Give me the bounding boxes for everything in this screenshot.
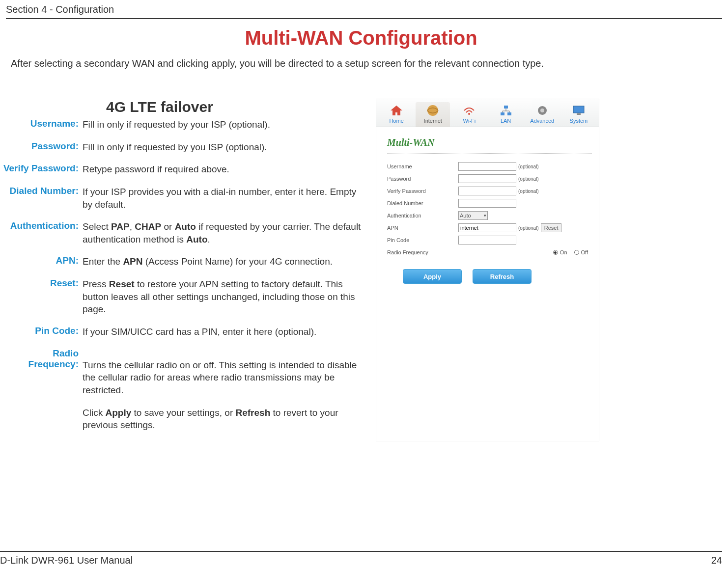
radio-on-label: On [560,249,567,255]
form-label-auth: Authentication [387,213,458,218]
radio-off-label: Off [581,249,588,255]
label-pin-code: Pin Code: [0,326,83,338]
page-title: Multi-WAN Configuration [0,27,722,49]
svg-point-12 [540,109,544,112]
section-header: Section 4 - Configuration [6,4,722,19]
desc-apn: Enter the APN (Access Point Name) for yo… [83,255,333,268]
footer-page-number: 24 [711,555,722,566]
svg-rect-4 [504,106,508,109]
form-label-radio-freq: Radio Frequency [387,249,458,255]
desc-verify-password: Retype password if required above. [83,163,229,176]
footer-manual-title: D-Link DWR-961 User Manual [0,555,133,566]
label-radio-frequency-line2: Frequency: [0,359,83,397]
verify-password-input[interactable] [458,187,516,195]
monitor-icon [571,104,586,117]
radio-on[interactable] [553,250,558,255]
form-label-pin: Pin Code [387,237,458,243]
svg-marker-0 [391,106,402,115]
form-label-verify: Verify Password [387,188,458,194]
label-password: Password: [0,141,83,154]
label-radio-frequency-line1: Radio [0,348,83,359]
desc-apply-refresh: Click Apply to save your settings, or Re… [83,407,366,432]
label-dialed-number: Dialed Number: [0,186,83,211]
desc-password: Fill in only if requested by you ISP (op… [83,141,267,154]
nav-wifi[interactable]: Wi-Fi [452,102,486,127]
form-label-password: Password [387,176,458,182]
username-input[interactable] [458,162,516,171]
nav-bar: Home Internet Wi-Fi LAN [376,99,599,127]
lan-icon [499,104,513,117]
reset-button[interactable]: Reset [541,223,562,232]
svg-rect-5 [501,112,504,115]
form-label-apn: APN [387,225,458,231]
svg-point-1 [427,105,438,116]
apply-button[interactable]: Apply [403,269,462,284]
form-label-username: Username [387,163,458,169]
nav-system[interactable]: System [561,102,596,127]
label-apn: APN: [0,255,83,268]
dialed-number-input[interactable] [458,199,516,208]
svg-rect-14 [577,113,581,115]
label-verify-password: Verify Password: [0,163,83,176]
nav-home[interactable]: Home [379,102,414,127]
desc-pin-code: If your SIM/UICC card has a PIN, enter i… [83,326,316,338]
svg-point-3 [468,113,470,115]
apn-input[interactable] [458,223,516,232]
page-footer: D-Link DWR-961 User Manual 24 [0,551,722,566]
desc-authentication: Select PAP, CHAP or Auto if requested by… [83,220,366,245]
globe-icon [425,104,440,117]
optional-tag: (optional) [518,164,539,169]
desc-reset: Press Reset to restore your APN setting … [83,278,366,316]
desc-radio-frequency: Turns the cellular radio on or off. This… [83,359,366,397]
gear-icon [535,104,550,117]
desc-username: Fill in only if requested by your ISP (o… [83,118,270,131]
refresh-button[interactable]: Refresh [473,269,532,284]
optional-tag: (optional) [518,189,539,194]
intro-text: After selecting a secondary WAN and clic… [11,58,722,69]
desc-dialed-number: If your ISP provides you with a dial-in … [83,186,366,211]
pin-code-input[interactable] [458,236,516,244]
optional-tag: (optional) [518,225,539,231]
wifi-icon [462,104,476,117]
router-ui-screenshot: Home Internet Wi-Fi LAN [376,99,599,441]
home-icon [389,104,404,117]
nav-advanced[interactable]: Advanced [525,102,560,127]
radio-off[interactable] [574,250,579,255]
label-username: Username: [0,118,83,131]
panel-heading: Multi-WAN [387,137,592,154]
subsection-title: 4G LTE failover [106,99,366,115]
optional-tag: (optional) [518,176,539,182]
nav-internet[interactable]: Internet [416,102,450,127]
password-input[interactable] [458,174,516,183]
form-label-dialed: Dialed Number [387,200,458,206]
label-authentication: Authentication: [0,220,83,245]
auth-select[interactable]: Auto [458,211,488,220]
definitions-column: 4G LTE failover Username: Fill in only i… [0,99,366,441]
svg-rect-6 [507,112,511,115]
svg-rect-13 [573,106,584,113]
nav-lan[interactable]: LAN [489,102,523,127]
label-reset: Reset: [0,278,83,316]
